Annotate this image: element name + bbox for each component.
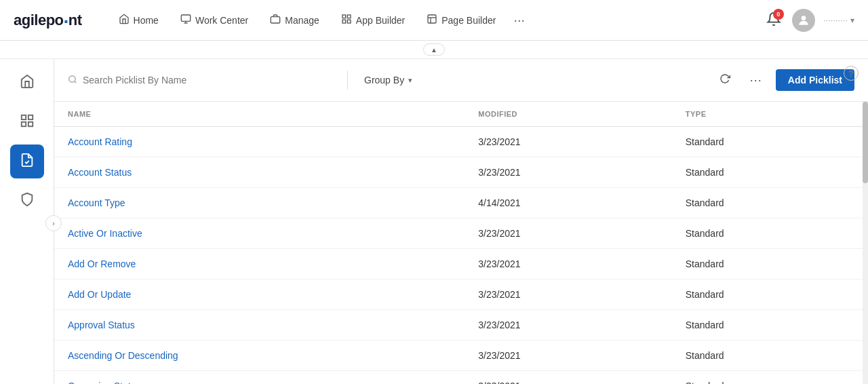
cell-type: Standard [672,249,868,280]
options-button[interactable]: ··· [745,69,768,92]
grid-icon [341,14,352,27]
cell-name: Active Or Inactive [54,218,465,249]
refresh-button[interactable] [713,69,736,92]
picklist-table: NAME MODIFIED TYPE Account Rating 3/23/2… [54,102,868,384]
svg-rect-14 [28,121,32,126]
table-row: Account Type 4/14/2021 Standard [54,188,868,218]
search-input[interactable] [83,75,339,85]
svg-rect-6 [347,20,351,23]
group-by-button[interactable]: Group By ▾ [356,71,420,90]
table-row: Account Status 3/23/2021 Standard [54,157,868,188]
nav-manage[interactable]: Manage [260,8,329,33]
cell-name: Approval Status [54,310,465,341]
cell-type: Standard [672,341,868,371]
notification-button[interactable]: 0 [764,9,784,32]
picklist-link[interactable]: Approval Status [68,320,135,330]
cell-type: Standard [672,127,868,157]
user-menu-button[interactable]: ·········· ▾ [823,15,854,25]
cell-modified: 3/23/2021 [465,157,672,188]
nav-app-builder[interactable]: App Builder [332,8,414,33]
search-wrapper [68,75,339,86]
collapse-button[interactable]: ▲ [423,43,445,56]
picklist-link[interactable]: Ascending Or Descending [68,350,178,361]
column-header-type: TYPE [672,102,868,127]
grid-icon [20,113,35,132]
cell-name: Account Rating [54,127,465,157]
cell-modified: 4/14/2021 [465,188,672,218]
svg-rect-5 [347,15,351,18]
nav-links: Home Work Center Manage App Builder Page… [109,8,764,33]
logo[interactable]: agilepo·nt [14,12,82,29]
scrollbar-thumb[interactable] [863,102,868,183]
layout-icon [427,14,437,27]
sidebar-item-grid[interactable] [10,105,44,139]
table-container: NAME MODIFIED TYPE Account Rating 3/23/2… [54,102,868,384]
add-picklist-button[interactable]: Add Picklist [776,69,854,91]
svg-rect-8 [428,15,436,23]
briefcase-icon [270,14,281,27]
group-by-chevron-icon: ▾ [408,76,412,85]
cell-name: Ascending Or Descending [54,341,465,371]
nav-home[interactable]: Home [109,8,168,33]
cell-name: Campaign Status [54,371,465,385]
search-icon [68,75,77,86]
cell-modified: 3/23/2021 [465,341,672,371]
cell-modified: 3/23/2021 [465,280,672,310]
nav-work-center[interactable]: Work Center [171,8,258,33]
top-navigation: agilepo·nt Home Work Center Manage App [0,0,868,41]
svg-rect-4 [342,15,346,18]
nav-page-builder-label: Page Builder [441,15,496,26]
svg-point-16 [69,75,75,81]
sidebar-item-home[interactable] [10,66,44,100]
sidebar: › [0,59,54,384]
check-document-icon [20,153,35,171]
nav-home-label: Home [134,15,159,26]
picklist-link[interactable]: Account Status [68,167,132,178]
table-row: Campaign Status 3/23/2021 Standard [54,371,868,385]
picklist-link[interactable]: Campaign Status [68,381,140,384]
cell-name: Account Status [54,157,465,188]
nav-more-button[interactable]: ··· [508,9,530,31]
scrollbar-track[interactable] [863,102,868,384]
table-row: Add Or Update 3/23/2021 Standard [54,280,868,310]
picklist-link[interactable]: Account Rating [68,136,132,147]
cell-modified: 3/23/2021 [465,127,672,157]
sidebar-expand-button[interactable]: › [45,215,62,231]
cell-name: Add Or Update [54,280,465,310]
group-by-label: Group By [364,75,404,85]
sidebar-item-shield[interactable] [10,184,44,218]
picklist-link[interactable]: Account Type [68,197,125,208]
user-name-text: ·········· [823,15,848,25]
picklist-link[interactable]: Active Or Inactive [68,228,142,239]
cell-type: Standard [672,371,868,385]
svg-rect-15 [21,121,25,126]
nav-right: 0 ·········· ▾ [764,9,854,32]
column-header-name: NAME [54,102,465,127]
search-divider [347,71,348,90]
table-row: Account Rating 3/23/2021 Standard [54,127,868,157]
table-row: Active Or Inactive 3/23/2021 Standard [54,218,868,249]
chevron-down-icon: ▾ [850,16,854,25]
svg-rect-7 [342,20,346,23]
table-row: Ascending Or Descending 3/23/2021 Standa… [54,341,868,371]
table-row: Approval Status 3/23/2021 Standard [54,310,868,341]
cell-type: Standard [672,310,868,341]
cell-type: Standard [672,188,868,218]
cell-type: Standard [672,280,868,310]
table-row: Add Or Remove 3/23/2021 Standard [54,249,868,280]
help-icon-container: ? [844,66,859,81]
picklist-link[interactable]: Add Or Update [68,289,131,300]
ellipsis-icon: ··· [750,73,762,88]
sidebar-item-picklist[interactable] [10,145,44,178]
user-avatar[interactable] [792,9,815,32]
nav-page-builder[interactable]: Page Builder [417,8,505,33]
table-header-row: NAME MODIFIED TYPE [54,102,868,127]
monitor-icon [180,14,191,27]
refresh-icon [719,73,730,87]
cell-modified: 3/23/2021 [465,371,672,385]
cell-modified: 3/23/2021 [465,218,672,249]
help-button[interactable]: ? [844,66,859,81]
picklist-link[interactable]: Add Or Remove [68,258,136,269]
home-icon [20,74,35,92]
content-area: Group By ▾ ··· Add Picklist ? ? [54,59,868,384]
